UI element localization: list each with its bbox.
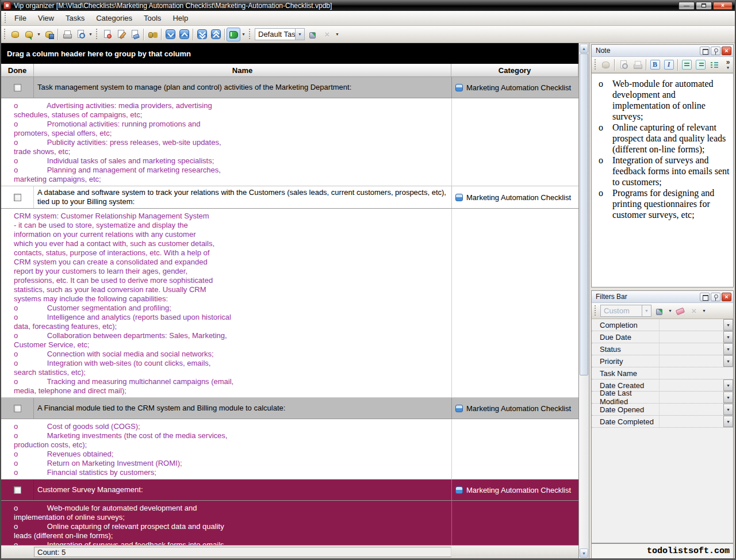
- filter-value-field[interactable]: [660, 355, 723, 367]
- new-task-button[interactable]: [100, 28, 114, 41]
- column-header-category[interactable]: Category: [451, 64, 578, 76]
- task-row[interactable]: Customer Survey Management:Marketing Aut…: [1, 480, 578, 501]
- italic-button[interactable]: [662, 58, 676, 72]
- task-row[interactable]: Task management system to manage (plan a…: [1, 77, 578, 98]
- note-print-preview-icon: [619, 60, 628, 70]
- filter-dropdown-button[interactable]: ▼: [723, 392, 733, 403]
- menu-file[interactable]: File: [9, 11, 32, 25]
- task-type-dropdown-button[interactable]: ▼: [295, 28, 305, 40]
- notebook-view-menu-dropdown[interactable]: ▼: [240, 28, 247, 41]
- filters-pin-button[interactable]: [711, 293, 720, 301]
- filter-value-field[interactable]: [660, 319, 723, 331]
- scroll-up-arrow[interactable]: ▲: [580, 44, 588, 53]
- note-pin-button[interactable]: [711, 47, 720, 55]
- group-by-bar[interactable]: Drag a column header here to group by th…: [1, 43, 578, 64]
- filter-value-field[interactable]: [660, 404, 723, 415]
- move-up-button[interactable]: [177, 28, 191, 41]
- menu-help[interactable]: Help: [167, 11, 194, 25]
- filters-restore-button[interactable]: [700, 293, 710, 301]
- move-to-bottom-button[interactable]: [195, 28, 209, 41]
- bold-button[interactable]: [648, 58, 662, 72]
- print-preview-button[interactable]: [74, 28, 87, 41]
- filter-dropdown-button[interactable]: ▼: [723, 355, 733, 367]
- apply-filter-button[interactable]: [653, 304, 667, 318]
- toolbar-separator: [161, 29, 162, 40]
- task-category-cell: Marketing Automation Checklist: [451, 480, 578, 500]
- delete-filter-button[interactable]: [687, 304, 701, 318]
- print-preview-menu-dropdown[interactable]: ▼: [87, 28, 94, 41]
- filters-options-dropdown[interactable]: ▼: [701, 305, 707, 317]
- scroll-down-arrow[interactable]: ▼: [580, 549, 588, 558]
- filter-value-field[interactable]: [660, 343, 723, 355]
- menu-tools[interactable]: Tools: [138, 11, 167, 25]
- erase-filter-button[interactable]: [673, 304, 687, 318]
- main-toolbar: ▼▼▼Default Task▼▼: [1, 26, 735, 43]
- toolbar-separator: [677, 59, 678, 71]
- menu-tasks[interactable]: Tasks: [60, 11, 90, 25]
- column-header-name[interactable]: Name: [34, 64, 451, 76]
- apply-task-type-button[interactable]: [306, 28, 320, 41]
- filter-dropdown-button[interactable]: ▼: [723, 379, 733, 391]
- task-type-combobox[interactable]: Default Task▼: [255, 28, 305, 40]
- bullet-list-button[interactable]: [707, 58, 721, 72]
- note-line: CRM system you can create a consolidated…: [14, 258, 578, 267]
- open-database-button[interactable]: [22, 28, 36, 41]
- new-database-button[interactable]: [8, 28, 22, 41]
- task-name: A Financial module tied to the CRM syste…: [34, 398, 451, 419]
- filter-dropdown-button[interactable]: ▼: [723, 416, 733, 427]
- note-close-button[interactable]: [722, 47, 731, 55]
- task-done-cell: [1, 186, 34, 208]
- note-toolbar-overflow[interactable]: »▾: [724, 60, 732, 70]
- task-checkbox[interactable]: [14, 194, 21, 201]
- save-database-button[interactable]: [42, 28, 56, 41]
- filter-preset-combobox[interactable]: Custom▼: [600, 305, 651, 317]
- note-content[interactable]: oWeb-module for automated development an…: [592, 73, 733, 287]
- filter-dropdown-button[interactable]: ▼: [723, 343, 733, 355]
- align-right-button[interactable]: [693, 58, 707, 72]
- toolbar-options-dropdown[interactable]: ▼: [334, 28, 340, 41]
- filter-value-field[interactable]: [660, 367, 733, 379]
- toolbar-grip: [3, 29, 6, 40]
- note-print-preview-button[interactable]: [616, 58, 630, 72]
- task-checkbox[interactable]: [14, 405, 21, 412]
- task-checkbox[interactable]: [14, 84, 21, 91]
- filter-value-field[interactable]: [660, 416, 723, 427]
- restore-button[interactable]: [696, 2, 712, 10]
- task-row[interactable]: A database and software system to track …: [1, 186, 578, 209]
- notebook-view-button[interactable]: [227, 28, 240, 41]
- filter-dropdown-button[interactable]: ▼: [723, 404, 733, 415]
- apply-note-button[interactable]: [599, 58, 612, 72]
- filter-value-field[interactable]: [660, 392, 723, 403]
- scroll-thumb[interactable]: [580, 53, 588, 375]
- filter-dropdown-button[interactable]: ▼: [723, 331, 733, 343]
- filter-preset-dropdown-button[interactable]: ▼: [642, 305, 651, 317]
- delete-task-button[interactable]: [128, 28, 141, 41]
- filter-dropdown-button[interactable]: ▼: [723, 319, 733, 331]
- minimize-button[interactable]: —: [678, 2, 695, 10]
- note-restore-button[interactable]: [700, 47, 710, 55]
- menu-categories[interactable]: Categories: [90, 11, 138, 25]
- task-notes: o Web-module for automated development a…: [1, 501, 578, 545]
- move-down-button[interactable]: [163, 28, 177, 41]
- move-to-top-button[interactable]: [209, 28, 223, 41]
- column-header-done[interactable]: Done: [1, 64, 34, 76]
- vertical-scrollbar[interactable]: ▲ ▼: [579, 43, 589, 558]
- close-button[interactable]: ×: [713, 2, 733, 10]
- clear-task-type-button[interactable]: [320, 28, 334, 41]
- open-database-menu-dropdown[interactable]: ▼: [36, 28, 42, 41]
- category-label: Marketing Automation Checklist: [466, 486, 571, 494]
- filter-value-field[interactable]: [660, 331, 723, 343]
- task-checkbox[interactable]: [14, 486, 21, 494]
- align-left-button[interactable]: [680, 58, 693, 72]
- apply-filter-menu-dropdown[interactable]: ▼: [667, 305, 673, 317]
- note-line: - it can be used to store, systematize a…: [14, 221, 578, 230]
- print-button[interactable]: [60, 28, 74, 41]
- filters-close-button[interactable]: [722, 293, 731, 301]
- task-row[interactable]: A Financial module tied to the CRM syste…: [1, 398, 578, 419]
- find-button[interactable]: [145, 28, 159, 41]
- menu-view[interactable]: View: [32, 11, 60, 25]
- note-print-button[interactable]: [630, 58, 644, 72]
- filter-value-field[interactable]: [660, 379, 723, 391]
- edit-task-button[interactable]: [114, 28, 128, 41]
- note-line: contacts, status, purpose of interaction…: [14, 248, 578, 258]
